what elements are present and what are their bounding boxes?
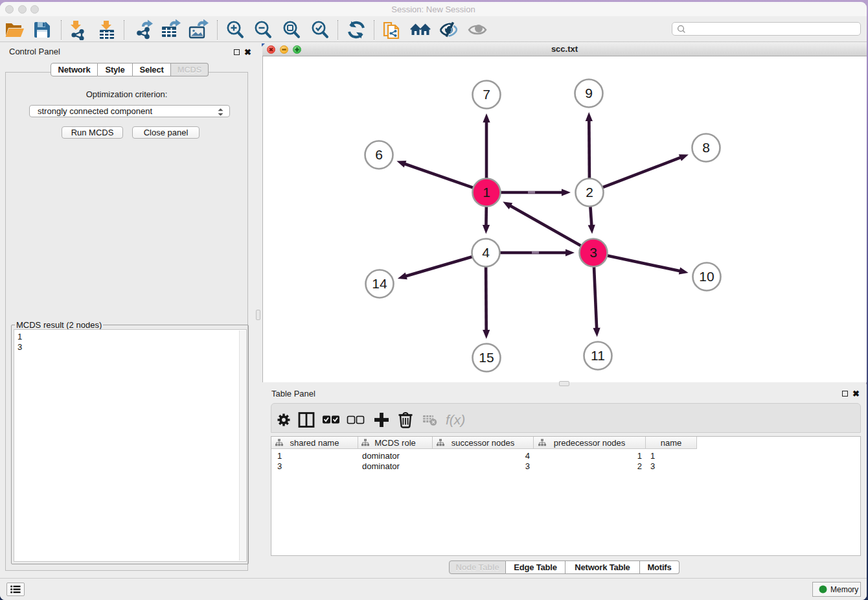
svg-text:2: 2 [586, 185, 593, 200]
svg-text:f(x): f(x) [446, 412, 465, 427]
svg-text:14: 14 [372, 276, 387, 291]
svg-text:6: 6 [375, 147, 383, 162]
svg-text:3: 3 [589, 245, 597, 260]
svg-text:15: 15 [479, 350, 494, 365]
svg-text:7: 7 [483, 87, 490, 102]
svg-text:4: 4 [482, 245, 490, 260]
svg-text:9: 9 [585, 86, 593, 100]
svg-text:10: 10 [699, 269, 714, 284]
svg-text:1: 1 [483, 185, 490, 200]
svg-text:11: 11 [591, 348, 605, 363]
svg-text:8: 8 [702, 140, 710, 155]
